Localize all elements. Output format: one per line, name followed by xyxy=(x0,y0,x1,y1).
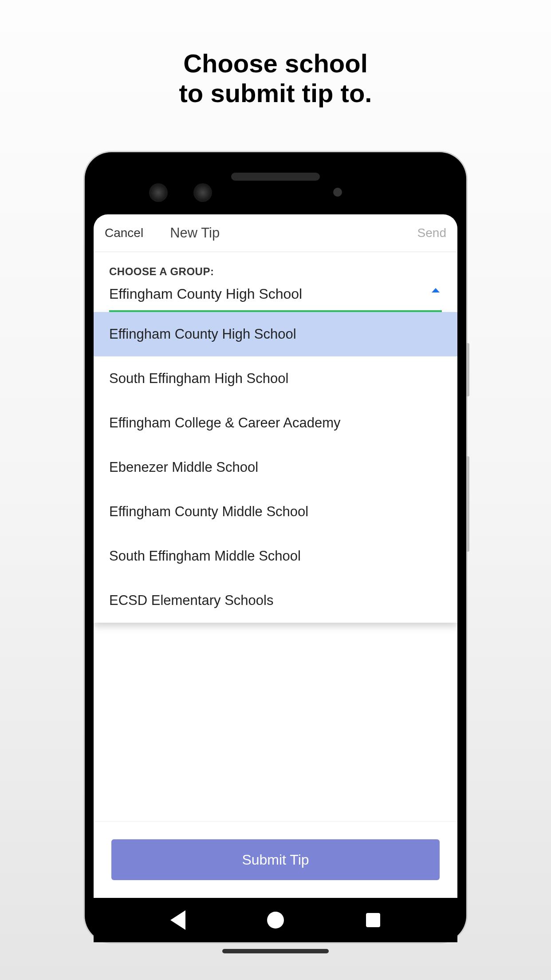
phone-screen: Cancel New Tip Send CHOOSE A GROUP: Effi… xyxy=(94,214,457,898)
phone-camera xyxy=(149,183,168,202)
app-header: Cancel New Tip Send xyxy=(94,214,457,252)
chevron-up-icon xyxy=(432,288,440,292)
android-nav-bar xyxy=(94,898,457,942)
header-title: New Tip xyxy=(170,225,220,241)
dropdown-option[interactable]: Effingham College & Career Academy xyxy=(94,401,457,445)
phone-side-button xyxy=(466,456,469,552)
cancel-button[interactable]: Cancel xyxy=(105,226,143,240)
dropdown-option[interactable]: Ebenezer Middle School xyxy=(94,445,457,490)
title-line-1: Choose school xyxy=(179,49,372,79)
title-line-2: to submit tip to. xyxy=(179,79,372,108)
select-value: Effingham County High School xyxy=(109,286,302,302)
phone-frame: Cancel New Tip Send CHOOSE A GROUP: Effi… xyxy=(85,152,466,942)
form-section: CHOOSE A GROUP: Effingham County High Sc… xyxy=(94,252,457,312)
phone-side-button xyxy=(466,343,469,396)
content-area xyxy=(94,623,457,821)
phone-top-bezel xyxy=(94,161,457,214)
dropdown-option[interactable]: Effingham County High School xyxy=(94,312,457,356)
dropdown-option[interactable]: Effingham County Middle School xyxy=(94,490,457,534)
page-title: Choose school to submit tip to. xyxy=(179,49,372,108)
group-select[interactable]: Effingham County High School xyxy=(109,286,442,312)
dropdown-option[interactable]: ECSD Elementary Schools xyxy=(94,578,457,623)
back-icon[interactable] xyxy=(169,911,187,929)
dropdown-option[interactable]: South Effingham High School xyxy=(94,356,457,401)
submit-tip-button[interactable]: Submit Tip xyxy=(111,839,440,880)
phone-speaker xyxy=(231,173,320,181)
home-icon[interactable] xyxy=(267,911,284,929)
recent-apps-icon[interactable] xyxy=(364,911,382,929)
phone-sensor xyxy=(333,188,342,197)
submit-section: Submit Tip xyxy=(94,821,457,898)
home-indicator xyxy=(222,949,329,953)
dropdown-option[interactable]: South Effingham Middle School xyxy=(94,534,457,578)
group-label: CHOOSE A GROUP: xyxy=(109,265,442,278)
dropdown-list: Effingham County High School South Effin… xyxy=(94,312,457,623)
send-button[interactable]: Send xyxy=(417,226,446,240)
phone-camera xyxy=(193,183,212,202)
